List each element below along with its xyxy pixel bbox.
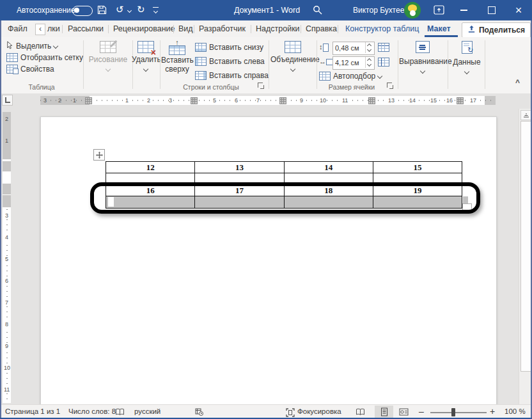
distribute-rows-icon[interactable] [378,42,389,52]
tab-stop-selector[interactable] [2,95,13,106]
focus-mode-icon[interactable] [286,408,295,418]
undo-caret-icon[interactable] [127,8,132,13]
scrollbar-thumb[interactable] [520,121,531,372]
table-column-marker-icon[interactable] [457,97,464,104]
zoom-out-button[interactable]: – [419,406,424,416]
alignment-button[interactable]: Выравнивание [399,41,446,75]
word-count[interactable]: Число слов: 8 [68,407,116,415]
column-width-icon: ↔ [319,58,334,65]
maximize-button[interactable] [478,0,505,20]
language-indicator[interactable]: русский [134,407,160,415]
ruler-v[interactable]: 2 1 3 4 5 6 7 8 9 10 11 [3,112,11,403]
tab-addins[interactable]: Надстройки [256,23,300,35]
view-gridlines-button[interactable]: Отобразить сетку [6,52,83,62]
tab-developer[interactable]: Разработчик [199,23,246,35]
tab-table-design[interactable]: Конструктор таблиц [345,23,419,35]
zoom-level[interactable]: 100 % [505,407,526,415]
tab-review[interactable]: Рецензирование [113,23,175,35]
table-column-marker-icon[interactable] [191,97,198,104]
close-button[interactable]: × [505,0,532,20]
customize-toolbar-caret-icon [153,9,158,13]
table-cell[interactable]: 15 [373,162,462,173]
tab-help[interactable]: Справка [306,23,337,35]
column-width-field[interactable] [332,56,375,70]
merge-button[interactable]: Объединение [270,41,315,73]
redo-icon[interactable]: ↻ [137,4,145,15]
row-height-field[interactable] [332,42,375,55]
rows-columns-dialog-launcher-icon[interactable] [258,83,265,90]
tab-file[interactable]: Файл [8,23,27,35]
ruler-v-table-row-block [3,161,11,171]
minimize-button[interactable] [450,0,477,20]
print-layout-icon [380,407,388,416]
search-icon[interactable] [313,5,322,17]
table-cell[interactable]: 14 [284,162,373,173]
page-indicator[interactable]: Страница 1 из 1 [5,407,60,415]
ribbon-display-options-icon[interactable] [434,5,444,17]
annotation-highlight-ring [90,182,480,214]
read-mode-icon[interactable] [356,408,365,417]
insert-above-icon: ↑ [161,40,193,55]
table-column-marker-icon[interactable] [85,97,92,104]
scrollbar-top-button[interactable] [520,110,531,120]
ruler-h-ticks [40,100,496,101]
tab-links-partial[interactable]: лки [47,23,60,35]
tab-layout-active[interactable]: Макет [427,23,451,35]
zoom-in-button[interactable]: + [490,406,495,416]
document-title: Документ1 - Word [234,6,300,15]
tab-scroll-left-button[interactable]: ‹ [35,24,45,35]
cell-size-dialog-launcher-icon[interactable] [387,83,394,90]
zoom-slider-track[interactable] [430,412,487,413]
autosave-toggle[interactable] [72,6,93,16]
autofit-button[interactable]: Автоподбор [319,71,382,81]
table-cell[interactable]: 12 [106,162,195,173]
delete-table-icon: × [137,41,154,53]
alignment-icon [416,41,430,53]
column-width-spinner[interactable] [365,57,374,68]
collapse-ribbon-chevron-icon[interactable]: ^ [515,78,520,87]
insert-below-button[interactable]: Вставить снизу [195,42,263,52]
row-height-spinner[interactable] [365,42,374,53]
autosave-label: Автосохранение [17,6,75,15]
distribute-columns-icon[interactable] [378,57,389,67]
vertical-scrollbar[interactable] [519,109,532,404]
macro-record-icon[interactable] [195,408,203,417]
web-layout-icon[interactable] [399,408,409,417]
proofing-icon[interactable] [115,408,125,417]
group-label-rows-columns: Строки и столбцы [166,83,256,91]
merge-icon [285,41,301,53]
data-button[interactable]: ↻ Данные [451,41,483,75]
tab-view[interactable]: Вид [178,23,193,35]
table-properties-button[interactable]: Свойства [6,64,54,74]
word-window: Автосохранение ↺ ↻ Документ1 - Word Викт… [0,0,532,419]
gridlines-icon [6,53,18,62]
ruler-zone: 3 2 1 1 2 3 5 6 7 9 10 11 13 14 15 16 17 [0,93,532,109]
select-button[interactable]: Выделить [6,41,58,51]
insert-right-button[interactable]: Вставить справа [195,70,269,80]
user-name[interactable]: Виктор Бухтеев [353,6,409,15]
print-layout-button-active[interactable] [375,406,393,418]
insert-above-button[interactable]: ↑ Вставить сверху [161,40,193,74]
table-column-marker-icon[interactable] [279,97,286,104]
table-cell[interactable]: 13 [195,162,284,173]
insert-left-button[interactable]: Вставить слева [195,56,265,66]
ribbon: Выделить Отобразить сетку Свойства Табли… [0,37,532,94]
save-icon[interactable] [97,5,107,17]
group-label-cell-size: Размер ячейки [323,83,380,91]
avatar[interactable] [404,2,421,19]
delete-button[interactable]: × Удалить [132,41,160,73]
column-width-input[interactable] [335,58,362,67]
share-button[interactable]: Поделиться [462,22,531,38]
undo-icon[interactable]: ↺ [116,4,124,15]
table-column-marker-icon[interactable] [368,97,375,104]
group-label-table: Таблица [16,83,67,91]
row-height-input[interactable] [335,43,362,52]
focus-mode-button[interactable]: Фокусировка [297,407,341,415]
draw-table-icon [100,41,116,53]
table-move-handle-icon[interactable] [93,149,105,161]
customize-toolbar-icon[interactable] [153,7,159,8]
document-page[interactable] [40,116,497,406]
tab-mailings[interactable]: Рассылки [68,23,104,35]
zoom-slider-thumb[interactable] [451,408,455,416]
table-properties-icon [6,65,18,74]
